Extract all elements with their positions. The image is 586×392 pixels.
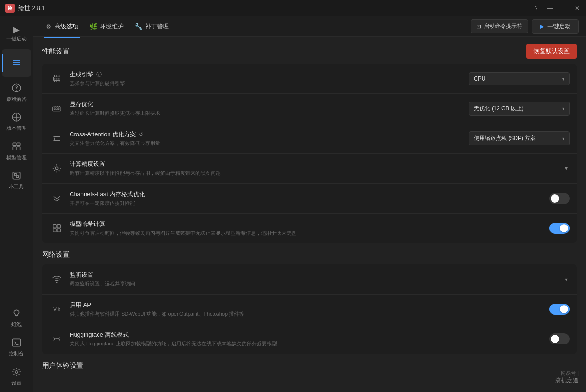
svg-rect-7 <box>17 143 20 146</box>
one-click-btn[interactable]: ▶ 一键启动 <box>532 19 579 34</box>
tools-icon <box>11 171 22 182</box>
user-exp-section-header: 用户体验设置 <box>42 361 577 370</box>
cross-attention-dropdown[interactable]: 使用缩放点积 (SDP) 方案 ▾ <box>469 131 570 145</box>
svg-rect-8 <box>13 147 16 150</box>
minimize-btn[interactable]: — <box>547 5 553 11</box>
setting-row-engine: 生成引擎 ⓘ 选择参与计算的硬件引擎 CPU ▾ <box>42 64 577 94</box>
sidebar-item-settings[interactable]: 设置 <box>2 363 31 390</box>
engine-control: CPU ▾ <box>469 72 570 85</box>
settings-icon <box>11 367 22 378</box>
precision-name: 计算精度设置 <box>70 160 556 168</box>
vram-dropdown-value: 无优化 (12 GB 以上) <box>474 105 559 113</box>
channels-last-name: Channels-Last 内存格式优化 <box>70 190 542 199</box>
sidebar-item-list[interactable] <box>2 49 31 77</box>
sidebar: ▶ 一键启动 疑难解答 <box>0 16 33 392</box>
huggingface-info: Huggingface 离线模式 关闭从 Huggingface 上联网加载模型… <box>70 331 542 347</box>
engine-icon <box>49 71 64 86</box>
help-btn[interactable]: ? <box>533 5 539 11</box>
svg-point-40 <box>56 282 58 283</box>
sidebar-item-one-click-start[interactable]: ▶ 一键启动 <box>2 20 31 48</box>
svg-rect-24 <box>54 78 56 80</box>
sidebar-item-console[interactable]: 控制台 <box>2 333 31 361</box>
trouble-icon <box>11 83 22 94</box>
engine-info: 生成引擎 ⓘ 选择参与计算的硬件引擎 <box>70 70 461 87</box>
close-btn[interactable]: ✕ <box>574 5 581 11</box>
sidebar-item-model[interactable]: 模型管理 <box>2 137 31 165</box>
listen-info: 监听设置 调整监听设置、远程共享访问 <box>70 271 556 287</box>
huggingface-name: Huggingface 离线模式 <box>70 331 542 339</box>
sidebar-item-trouble[interactable]: 疑难解答 <box>2 79 31 106</box>
model-hash-info: 模型哈希计算 关闭可节省启动时间，但会导致页面内与图片生成数据中无法正常显示模型… <box>70 220 542 236</box>
setting-row-vram: 显存优化 通过延长计算时间换取更低显存上限要求 无优化 (12 GB 以上) ▾ <box>42 94 577 124</box>
huggingface-toggle[interactable] <box>549 333 570 344</box>
svg-rect-25 <box>56 78 58 80</box>
enable-api-thumb <box>560 305 568 313</box>
engine-dropdown[interactable]: CPU ▾ <box>469 72 570 85</box>
channels-last-toggle[interactable] <box>549 193 570 204</box>
svg-point-35 <box>55 167 58 170</box>
vram-info: 显存优化 通过延长计算时间换取更低显存上限要求 <box>70 100 461 117</box>
tab-advanced[interactable]: ⚙ 高级选项 <box>40 19 84 34</box>
sidebar-label-bulb: 灯泡 <box>11 322 22 328</box>
tab-env-label: 环境维护 <box>100 22 124 31</box>
setting-row-enable-api: 启用 API 供其他插件与软件调用 SD-WebUI 功能，如 openOutp… <box>42 295 577 324</box>
maximize-btn[interactable]: □ <box>560 5 567 11</box>
precision-info: 计算精度设置 调节计算精度以平衡性能与显存占用，缓解由于精度带来的黑图问题 <box>70 160 556 177</box>
version-icon <box>11 112 22 124</box>
engine-dropdown-arrow: ▾ <box>562 76 564 81</box>
svg-rect-12 <box>16 176 18 177</box>
cross-attention-dropdown-value: 使用缩放点积 (SDP) 方案 <box>474 134 559 142</box>
navbar: ⚙ 高级选项 🌿 环境维护 🔧 补丁管理 ⊡ 启动命令提示符 ▶ 一键启动 <box>33 16 586 37</box>
svg-rect-30 <box>58 108 59 110</box>
listen-expand-btn[interactable]: ▾ <box>563 274 570 285</box>
engine-name: 生成引擎 <box>70 70 93 79</box>
vram-desc: 通过延长计算时间换取更低显存上限要求 <box>70 110 461 117</box>
cmd-prompt-btn[interactable]: ⊡ 启动命令提示符 <box>471 19 528 33</box>
channels-last-thumb <box>551 194 559 203</box>
cross-attention-desc: 交叉注意力优化方案，有效降低显存用量 <box>70 140 461 147</box>
enable-api-toggle[interactable] <box>549 304 570 315</box>
sidebar-label-tools: 小工具 <box>9 184 24 190</box>
vram-icon <box>49 102 64 116</box>
setting-row-model-hash: 模型哈希计算 关闭可节省启动时间，但会导致页面内与图片生成数据中无法正常显示模型… <box>42 214 577 243</box>
channels-last-desc: 开启可在一定限度内提升性能 <box>70 200 542 207</box>
huggingface-control <box>549 333 570 344</box>
engine-hint-icon[interactable]: ⓘ <box>96 71 102 79</box>
cross-attention-refresh-icon[interactable]: ↺ <box>139 131 143 138</box>
precision-expand-btn[interactable]: ▾ <box>563 163 570 173</box>
sidebar-item-bulb[interactable]: 灯泡 <box>2 304 31 332</box>
enable-api-control <box>549 304 570 315</box>
network-section-header: 网络设置 <box>42 250 577 259</box>
channels-last-icon <box>49 191 64 206</box>
content-area: ⚙ 高级选项 🌿 环境维护 🔧 补丁管理 ⊡ 启动命令提示符 ▶ 一键启动 <box>33 16 586 392</box>
svg-rect-39 <box>57 229 60 232</box>
sidebar-item-version[interactable]: 版本管理 <box>2 108 31 135</box>
list-icon <box>12 58 21 69</box>
cmd-label: 启动命令提示符 <box>484 22 522 30</box>
tab-env[interactable]: 🌿 环境维护 <box>84 19 129 34</box>
engine-dropdown-value: CPU <box>474 75 559 82</box>
vram-control: 无优化 (12 GB 以上) ▾ <box>469 102 570 116</box>
sidebar-label-console: 控制台 <box>9 351 24 357</box>
huggingface-icon <box>49 332 64 346</box>
setting-row-huggingface: Huggingface 离线模式 关闭从 Huggingface 上联网加载模型… <box>42 324 577 354</box>
setting-row-precision: 计算精度设置 调节计算精度以平衡性能与显存占用，缓解由于精度带来的黑图问题 ▾ <box>42 154 577 183</box>
env-icon: 🌿 <box>89 23 97 30</box>
sidebar-item-tools[interactable]: 小工具 <box>2 166 31 194</box>
tab-patch[interactable]: 🔧 补丁管理 <box>129 19 174 34</box>
sidebar-label-settings: 设置 <box>11 380 22 386</box>
model-hash-toggle[interactable] <box>549 223 570 234</box>
console-icon <box>11 338 22 349</box>
sidebar-label-one-click: 一键启动 <box>6 36 27 42</box>
setting-row-cross-attention: Cross-Attention 优化方案 ↺ 交叉注意力优化方案，有效降低显存用… <box>42 124 577 154</box>
model-hash-control <box>549 223 570 234</box>
precision-control: ▾ <box>563 163 570 173</box>
start-icon: ▶ <box>540 23 544 30</box>
restore-defaults-btn[interactable]: 恢复默认设置 <box>526 44 577 59</box>
sidebar-label-model: 模型管理 <box>6 155 27 161</box>
network-settings-group: 监听设置 调整监听设置、远程共享访问 ▾ <box>42 264 577 354</box>
vram-name: 显存优化 <box>70 100 461 108</box>
model-hash-desc: 关闭可节省启动时间，但会导致页面内与图片生成数据中无法正常显示模型哈希信息，适用… <box>70 230 542 236</box>
vram-dropdown-arrow: ▾ <box>562 106 564 111</box>
vram-dropdown[interactable]: 无优化 (12 GB 以上) ▾ <box>469 102 570 116</box>
